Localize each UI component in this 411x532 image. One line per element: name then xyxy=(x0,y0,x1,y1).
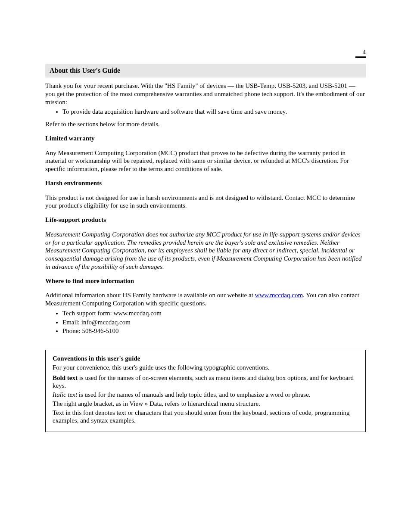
whereto-heading: Where to find more information xyxy=(45,277,366,285)
whereto-para: Additional information about HS Family h… xyxy=(45,291,366,308)
info-box-row-bold: Bold text is used for the names of on-sc… xyxy=(53,374,358,390)
warranty-para: Any Measurement Computing Corporation (M… xyxy=(45,149,366,173)
page-number: 4 xyxy=(363,48,366,56)
intro-para-2: Refer to the sections below for more det… xyxy=(45,120,366,128)
info-box-row-bracket: The right angle bracket, as in View » Da… xyxy=(53,400,358,408)
label-bold: Bold text xyxy=(53,374,78,381)
body-bold-desc: is used for the names of on-screen eleme… xyxy=(53,374,354,389)
section-heading-bar: About this User's Guide xyxy=(45,64,366,78)
whereto-list: Tech support form: www.mccdaq.com Email:… xyxy=(45,309,366,335)
lifesupport-disclaimer: Measurement Computing Corporation does n… xyxy=(45,230,366,271)
list-item: Tech support form: www.mccdaq.com xyxy=(62,309,366,317)
body-italic-desc: is used for the names of manuals and hel… xyxy=(77,391,311,398)
page-number-rule xyxy=(355,56,366,58)
whereto-text-a: Additional information about HS Family h… xyxy=(45,292,253,299)
list-item: To provide data acquisition hardware and… xyxy=(62,108,366,116)
lifesupport-heading: Life-support products xyxy=(45,216,366,224)
list-item: Email: info@mccdaq.com xyxy=(62,318,366,327)
info-box-row-italic: Italic text is used for the names of man… xyxy=(53,391,358,399)
conventions-info-box: Conventions in this user's guide For you… xyxy=(45,350,366,432)
warranty-heading: Limited warranty xyxy=(45,134,366,143)
harsh-heading: Harsh environments xyxy=(45,179,366,187)
intro-bullet-list: To provide data acquisition hardware and… xyxy=(45,108,366,116)
info-box-row-mono: Text in this font denotes text or charac… xyxy=(53,409,358,425)
intro-para-1: Thank you for your recent purchase. With… xyxy=(45,82,366,106)
label-italic: Italic text xyxy=(53,391,77,398)
intro-block: Thank you for your recent purchase. With… xyxy=(45,82,366,128)
info-box-intro: For your convenience, this user's guide … xyxy=(53,364,358,372)
document-page: 4 About this User's Guide Thank you for … xyxy=(0,0,411,532)
harsh-para: This product is not designed for use in … xyxy=(45,194,366,210)
list-item: Phone: 508-946-5100 xyxy=(62,327,366,335)
info-box-title: Conventions in this user's guide xyxy=(53,355,358,363)
section-title: About this User's Guide xyxy=(50,67,120,74)
whereto-link[interactable]: www.mccdaq.com xyxy=(255,292,303,299)
